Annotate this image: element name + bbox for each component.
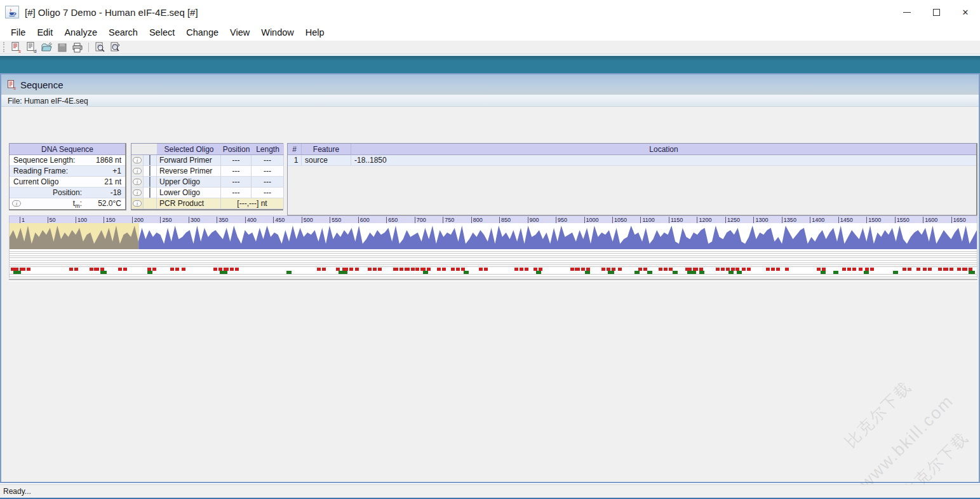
upper-oligo-checkbox[interactable] xyxy=(149,177,151,187)
table-row: i tm: 52.0°C xyxy=(10,198,125,209)
oligo-row-upper-oligo[interactable]: Upper Oligo xyxy=(157,177,221,188)
site-mark-green xyxy=(147,271,152,274)
ruler-tick: 1600 xyxy=(923,217,937,223)
reading-frame-lines xyxy=(9,249,977,266)
tm-profile-chart[interactable] xyxy=(9,223,977,249)
site-mark-green xyxy=(728,271,734,274)
site-mark-green xyxy=(634,271,640,274)
oligo-row-reverse-primer[interactable]: Reverse Primer xyxy=(157,166,221,177)
ruler-tick: 1100 xyxy=(640,217,654,223)
site-mark-red xyxy=(451,268,455,271)
chart-splitter[interactable] xyxy=(9,279,977,282)
site-mark-red xyxy=(916,268,920,271)
site-mark-red xyxy=(74,268,78,271)
ruler-tick: 1650 xyxy=(951,217,966,223)
ruler-tick: 950 xyxy=(556,217,567,223)
site-mark-red xyxy=(437,268,441,271)
site-mark-red xyxy=(962,268,967,271)
menu-help[interactable]: Help xyxy=(300,25,330,40)
oligo-row-pcr-product[interactable]: PCR Product xyxy=(157,198,221,209)
site-mark-red xyxy=(399,268,403,271)
feature-header-feature: Feature xyxy=(302,144,351,155)
reverse-primer-info-icon[interactable]: i xyxy=(133,168,142,174)
dna-sequence-table: DNA Sequence Sequence Length: 1868 nt Re… xyxy=(9,143,126,210)
site-mark-red xyxy=(317,268,321,271)
close-icon[interactable]: ✕ xyxy=(951,0,980,24)
find-in-sequence-icon[interactable] xyxy=(93,42,106,53)
menu-analyze[interactable]: Analyze xyxy=(58,25,103,40)
site-mark-red xyxy=(118,268,122,271)
upper-oligo-info-icon[interactable]: i xyxy=(133,179,142,185)
menu-view[interactable]: View xyxy=(224,25,255,40)
dna-table-header: DNA Sequence xyxy=(10,144,125,155)
site-mark-red xyxy=(349,268,353,271)
site-mark-red xyxy=(525,268,528,271)
save-icon[interactable] xyxy=(56,42,69,53)
menu-select[interactable]: Select xyxy=(144,25,180,40)
site-mark-red xyxy=(766,268,770,271)
ruler-tick: 750 xyxy=(443,217,454,223)
forward-primer-checkbox[interactable] xyxy=(149,155,151,165)
site-mark-red xyxy=(442,268,446,271)
menu-edit[interactable]: Edit xyxy=(31,25,58,40)
open-folder-icon[interactable] xyxy=(41,42,53,53)
pcr-product-info-icon[interactable]: i xyxy=(133,200,142,207)
oligo-header-name: Selected Oligo xyxy=(157,144,221,155)
file-bar: File: Human eIF-4E.seq xyxy=(1,95,979,107)
site-mark-red xyxy=(484,268,488,271)
feature-row-source[interactable]: source xyxy=(302,155,351,166)
new-data-icon[interactable]: d xyxy=(25,42,38,53)
site-mark-green xyxy=(585,271,590,274)
menu-change[interactable]: Change xyxy=(180,25,224,40)
site-mark-red xyxy=(368,268,372,271)
lower-oligo-info-icon[interactable]: i xyxy=(133,189,142,196)
new-sequence-icon[interactable]: s xyxy=(10,42,23,53)
ruler-tick: 50 xyxy=(48,217,56,223)
site-mark-red xyxy=(69,268,73,271)
reverse-primer-checkbox[interactable] xyxy=(149,166,151,176)
site-mark-red xyxy=(378,268,382,271)
panel-title: Sequence xyxy=(20,79,64,90)
svg-text:s: s xyxy=(14,85,17,90)
site-mark-red xyxy=(393,268,398,271)
site-mark-red xyxy=(182,268,185,271)
table-row: Sequence Length: 1868 nt xyxy=(10,155,125,166)
ruler-tick: 800 xyxy=(471,217,483,223)
menu-window[interactable]: Window xyxy=(255,25,300,40)
site-mark-red xyxy=(859,268,863,271)
sequence-ruler: 1501001502002503003504004505005506006507… xyxy=(9,215,977,223)
maximize-icon[interactable] xyxy=(922,0,951,24)
find-next-icon[interactable] xyxy=(109,42,121,53)
site-mark-green xyxy=(893,271,898,274)
menu-file[interactable]: File xyxy=(5,25,31,40)
site-mark-red xyxy=(479,268,483,271)
tm-info-icon[interactable]: i xyxy=(12,200,21,207)
site-mark-red xyxy=(27,268,30,271)
sequence-chart[interactable]: 1501001502002503003504004505005506006507… xyxy=(9,215,977,282)
site-mark-green xyxy=(100,271,107,274)
ruler-tick: 1250 xyxy=(725,217,740,223)
ruler-tick: 1550 xyxy=(895,217,910,223)
site-mark-red xyxy=(411,268,415,271)
site-mark-red xyxy=(938,268,942,271)
menu-search[interactable]: Search xyxy=(103,25,144,40)
print-icon[interactable] xyxy=(71,42,84,53)
forward-primer-info-icon[interactable]: i xyxy=(133,157,142,163)
site-mark-red xyxy=(950,268,953,271)
sequence-panel-header[interactable]: s Sequence xyxy=(1,74,979,95)
ruler-tick: 1300 xyxy=(753,217,768,223)
ruler-tick: 1150 xyxy=(669,217,683,223)
oligo-row-forward-primer[interactable]: Forward Primer xyxy=(157,155,221,166)
site-mark-green xyxy=(339,271,347,274)
lower-oligo-checkbox[interactable] xyxy=(149,188,151,198)
site-mark-red xyxy=(456,268,460,271)
site-mark-red xyxy=(659,268,662,271)
oligo-row-lower-oligo[interactable]: Lower Oligo xyxy=(157,188,221,198)
toolbar-grip[interactable] xyxy=(3,42,5,52)
ruler-tick: 1200 xyxy=(697,217,711,223)
java-app-icon xyxy=(5,6,19,18)
minimize-icon[interactable] xyxy=(892,0,922,24)
site-mark-red xyxy=(957,268,961,271)
oligo-length-value: 21 nt xyxy=(84,177,125,187)
site-mark-red xyxy=(175,268,179,271)
